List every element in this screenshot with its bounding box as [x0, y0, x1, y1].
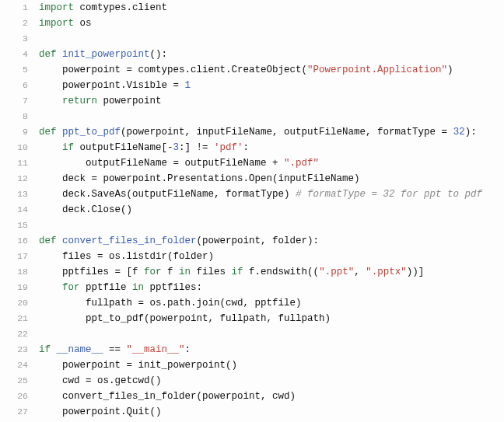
code-line: 25 cwd = os.getcwd()	[0, 373, 504, 389]
code-content: deck.SaveAs(outputFileName, formatType) …	[39, 187, 504, 202]
code-line: 7 return powerpoint	[0, 93, 504, 109]
code-content: if outputFileName[-3:] != 'pdf':	[39, 140, 504, 155]
code-line: 27 powerpoint.Quit()	[0, 404, 504, 420]
code-line: 21 ppt_to_pdf(powerpoint, fullpath, full…	[0, 311, 504, 326]
code-content: if __name__ == "__main__":	[39, 342, 504, 357]
code-line: 9def ppt_to_pdf(powerpoint, inputFileNam…	[0, 124, 504, 140]
code-content: outputFileName = outputFileName + ".pdf"	[39, 155, 504, 171]
token-k: if	[39, 344, 51, 355]
token-k: for	[62, 282, 80, 293]
code-line: 23if __name__ == "__main__":	[0, 342, 504, 357]
code-content: fullpath = os.path.join(cwd, pptfile)	[39, 295, 504, 311]
token-sp: __name__	[57, 344, 103, 355]
code-line: 4def init_powerpoint():	[0, 47, 504, 62]
line-number: 7	[0, 93, 39, 109]
line-number: 17	[0, 249, 39, 264]
token-str: ".pdf"	[284, 158, 319, 169]
line-number: 23	[0, 342, 39, 357]
code-line: 5 powerpoint = comtypes.client.CreateObj…	[0, 62, 504, 78]
line-number: 18	[0, 264, 39, 280]
token-num: 32	[453, 127, 465, 138]
line-number: 12	[0, 171, 39, 187]
code-line: 14 deck.Close()	[0, 202, 504, 218]
code-content: deck = powerpoint.Presentations.Open(inp…	[39, 171, 504, 187]
code-content: convert_files_in_folder(powerpoint, cwd)	[39, 389, 504, 404]
line-number: 10	[0, 140, 39, 155]
code-line: 2import os	[0, 16, 504, 31]
line-number: 19	[0, 280, 39, 295]
code-line: 6 powerpoint.Visible = 1	[0, 78, 504, 93]
token-num: 1	[185, 80, 191, 91]
token-k: return	[62, 96, 97, 106]
code-content: pptfiles = [f for f in files if f.endswi…	[39, 264, 504, 280]
token-k: if	[232, 267, 243, 277]
token-k: in	[179, 267, 191, 277]
token-k: import	[39, 18, 74, 29]
code-content: return powerpoint	[39, 93, 504, 109]
code-block: 1import comtypes.client2import os34def i…	[0, 0, 504, 420]
line-number: 1	[0, 0, 39, 16]
code-content: import os	[39, 16, 504, 31]
code-line: 8	[0, 109, 504, 124]
line-number: 22	[0, 326, 39, 342]
code-line: 19 for pptfile in pptfiles:	[0, 280, 504, 295]
token-str: ".ppt"	[319, 267, 354, 277]
line-number: 26	[0, 389, 39, 404]
line-number: 24	[0, 357, 39, 373]
line-number: 25	[0, 373, 39, 389]
token-k: if	[62, 142, 74, 153]
code-content: import comtypes.client	[39, 0, 504, 16]
code-line: 26 convert_files_in_folder(powerpoint, c…	[0, 389, 504, 404]
token-num: 3	[173, 142, 180, 153]
code-line: 11 outputFileName = outputFileName + ".p…	[0, 155, 504, 171]
token-k: import	[39, 2, 74, 13]
code-content: def convert_files_in_folder(powerpoint, …	[39, 233, 504, 249]
code-content: files = os.listdir(folder)	[39, 249, 504, 264]
line-number: 20	[0, 295, 39, 311]
code-line: 1import comtypes.client	[0, 0, 504, 16]
code-line: 18 pptfiles = [f for f in files if f.end…	[0, 264, 504, 280]
code-content: deck.Close()	[39, 202, 504, 218]
line-number: 6	[0, 78, 39, 93]
code-line: 17 files = os.listdir(folder)	[0, 249, 504, 264]
code-line: 15	[0, 218, 504, 233]
token-str: ".pptx"	[366, 267, 407, 277]
code-content: def init_powerpoint():	[39, 47, 504, 62]
line-number: 8	[0, 109, 39, 124]
code-content: for pptfile in pptfiles:	[39, 280, 504, 295]
line-number: 11	[0, 155, 39, 171]
code-content: powerpoint = init_powerpoint()	[39, 357, 504, 373]
code-content: def ppt_to_pdf(powerpoint, inputFileName…	[39, 124, 504, 140]
token-fn: convert_files_in_folder	[62, 235, 197, 246]
token-fn: ppt_to_pdf	[62, 127, 121, 138]
token-k: def	[39, 127, 57, 138]
code-content: powerpoint.Quit()	[39, 404, 504, 420]
token-k: def	[39, 235, 57, 246]
code-line: 24 powerpoint = init_powerpoint()	[0, 357, 504, 373]
line-number: 21	[0, 311, 39, 326]
code-line: 12 deck = powerpoint.Presentations.Open(…	[0, 171, 504, 187]
line-number: 13	[0, 187, 39, 202]
line-number: 2	[0, 16, 39, 31]
token-cmt: # formatType = 32 for ppt to pdf	[296, 189, 482, 200]
line-number: 14	[0, 202, 39, 218]
token-str: "Powerpoint.Application"	[307, 65, 447, 75]
token-str: "__main__"	[127, 344, 185, 355]
token-str: 'pdf'	[214, 142, 243, 153]
line-number: 27	[0, 404, 39, 420]
token-k: def	[39, 49, 57, 60]
code-line: 20 fullpath = os.path.join(cwd, pptfile)	[0, 295, 504, 311]
code-line: 16def convert_files_in_folder(powerpoint…	[0, 233, 504, 249]
line-number: 4	[0, 47, 39, 62]
code-content: ppt_to_pdf(powerpoint, fullpath, fullpat…	[39, 311, 504, 326]
code-content: powerpoint = comtypes.client.CreateObjec…	[39, 62, 504, 78]
line-number: 16	[0, 233, 39, 249]
line-number: 5	[0, 62, 39, 78]
code-line: 22	[0, 326, 504, 342]
code-content: cwd = os.getcwd()	[39, 373, 504, 389]
line-number: 9	[0, 124, 39, 140]
code-line: 3	[0, 31, 504, 47]
token-fn: init_powerpoint	[62, 49, 150, 60]
token-k: for	[144, 267, 162, 277]
line-number: 3	[0, 31, 39, 47]
